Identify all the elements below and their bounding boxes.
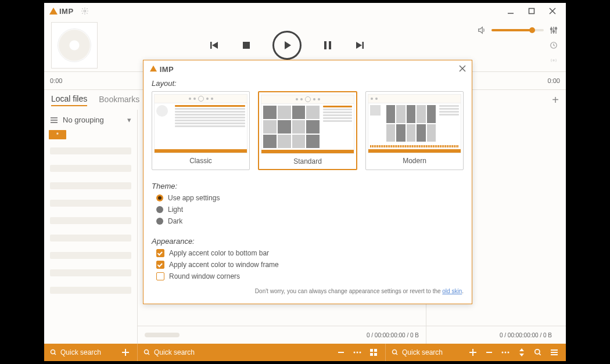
theme-radio-dark[interactable]: Dark <box>156 217 464 225</box>
old-skin-link[interactable]: old skin <box>442 288 462 294</box>
setup-dialog-overlay: IMP Layout: Classic <box>44 3 566 361</box>
dialog-close-button[interactable] <box>459 65 466 74</box>
check-accent-frame[interactable]: Apply accent color to window frame <box>156 261 464 269</box>
svg-line-48 <box>460 66 465 71</box>
layout-option-modern[interactable]: Modern <box>365 91 464 170</box>
theme-radio-app[interactable]: Use app settings <box>156 194 464 202</box>
theme-radio-light[interactable]: Light <box>156 206 464 214</box>
check-accent-bottom[interactable]: Apply accent color to bottom bar <box>156 249 464 257</box>
layout-section-label: Layout: <box>152 79 464 88</box>
check-round-corners[interactable]: Round window corners <box>156 272 464 280</box>
svg-line-49 <box>460 66 465 71</box>
layout-label-modern: Modern <box>403 156 426 166</box>
layout-label-classic: Classic <box>189 156 212 166</box>
setup-dialog: IMP Layout: Classic <box>143 60 472 304</box>
layout-option-classic[interactable]: Classic <box>152 91 250 170</box>
layout-label-standard: Standard <box>293 156 322 167</box>
appearance-section-label: Appearance: <box>152 237 464 246</box>
app-window: IMP 0:00 0 <box>44 3 566 361</box>
dialog-logo: IMP <box>149 65 174 74</box>
theme-section-label: Theme: <box>152 182 464 190</box>
layout-option-standard[interactable]: Standard <box>258 91 357 170</box>
dialog-hint: Don't worry, you can always change appea… <box>152 287 464 295</box>
